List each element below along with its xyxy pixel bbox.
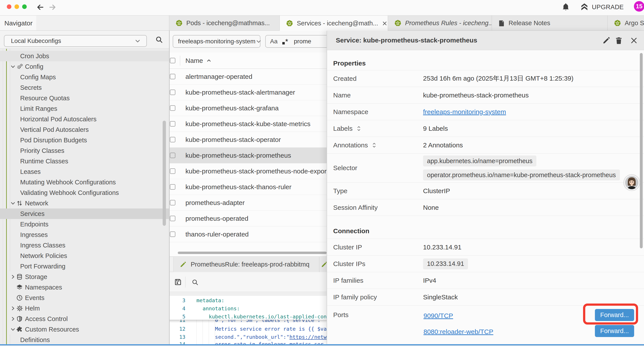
port-link[interactable]: 9090/TCP — [424, 312, 453, 320]
sort-ascending-icon[interactable] — [206, 58, 212, 63]
tab-services[interactable]: Services - icecheng@math... — [280, 15, 388, 31]
sidebar-item-cron-jobs[interactable]: Cron Jobs — [0, 51, 169, 61]
sidebar-item-config[interactable]: Config — [0, 61, 169, 72]
sidebar-item-priority-classes[interactable]: Priority Classes — [0, 145, 169, 156]
row-checkbox[interactable] — [170, 184, 175, 190]
edit-pencil-icon[interactable] — [602, 36, 610, 44]
sidebar-item-ingress-classes[interactable]: Ingress Classes — [0, 240, 169, 251]
table-row[interactable]: alertmanager-operated — [170, 69, 326, 84]
sidebar-item-limit-ranges[interactable]: Limit Ranges — [0, 103, 169, 114]
layers-icon — [16, 284, 23, 291]
tab-pods[interactable]: Pods - icecheng@mathmas... — [169, 15, 280, 31]
sidebar-item-services[interactable]: Services — [0, 209, 169, 219]
table-row[interactable]: kube-prometheus-stack-alertmanager — [170, 84, 326, 100]
sidebar-item-ingresses[interactable]: Ingresses — [0, 230, 169, 240]
row-checkbox[interactable] — [170, 74, 175, 79]
dock-tab-prometheusrule[interactable]: PrometheusRule: freeleaps-prod-rabbitmq — [174, 257, 319, 272]
kubeconfig-select[interactable]: Local Kubeconfigs — [4, 35, 147, 47]
table-row[interactable]: kube-prometheus-stack-prometheus-node-ex… — [170, 163, 326, 179]
sidebar-item-runtime-classes[interactable]: Runtime Classes — [0, 156, 169, 166]
port-link[interactable]: 8080:reloader-web/TCP — [424, 328, 494, 336]
sidebar-item-helm[interactable]: Helm — [0, 303, 169, 314]
chevron-down-icon[interactable] — [10, 64, 16, 69]
sidebar-item-endpoints[interactable]: Endpoints — [0, 219, 169, 230]
horizontal-scrollbar[interactable] — [178, 252, 326, 254]
match-case-toggle[interactable]: Aa — [270, 38, 278, 45]
sidebar-item-custom-resources[interactable]: Custom Resources — [0, 324, 169, 335]
sidebar-item-network-policies[interactable]: Network Policies — [0, 251, 169, 261]
sidebar-scrollbar[interactable] — [163, 121, 166, 226]
row-checkbox[interactable] — [170, 105, 175, 111]
yaml-editor[interactable]: 110","for":"5m","labels":{"service":"12M… — [170, 296, 326, 344]
sidebar-item-secrets[interactable]: Secrets — [0, 82, 169, 93]
table-row[interactable]: kube-prometheus-stack-prometheus — [170, 148, 326, 163]
namespace-select[interactable]: freeleaps-monitoring-system — [173, 35, 260, 48]
service-detail-panel: Service: kube-prometheus-stack-prometheu… — [326, 31, 644, 344]
row-checkbox[interactable] — [170, 232, 175, 237]
sidebar-item-access-control[interactable]: Access Control — [0, 314, 169, 324]
row-checkbox[interactable] — [170, 216, 175, 221]
close-tab-icon[interactable] — [382, 20, 388, 26]
table-search-input[interactable]: Aa * prome — [265, 35, 326, 48]
save-icon[interactable] — [174, 278, 182, 286]
sidebar-item-network[interactable]: Network — [0, 198, 169, 209]
chevron-right-icon[interactable] — [10, 306, 16, 311]
sidebar-item-vertical-pod-autoscalers[interactable]: Vertical Pod Autoscalers — [0, 124, 169, 135]
sidebar-item-horizontal-pod-autoscalers[interactable]: Horizontal Pod Autoscalers — [0, 114, 169, 124]
row-checkbox[interactable] — [170, 200, 175, 205]
table-row[interactable]: kube-prometheus-stack-kube-state-metrics — [170, 116, 326, 132]
row-checkbox[interactable] — [170, 137, 175, 142]
forward-button[interactable]: Forward... — [595, 325, 634, 337]
sidebar-item-definitions[interactable]: Definitions — [0, 335, 169, 344]
chevron-down-icon[interactable] — [10, 327, 16, 332]
row-checkbox[interactable] — [170, 121, 175, 127]
traffic-light-close-icon[interactable] — [7, 4, 12, 9]
close-icon[interactable] — [630, 36, 638, 44]
row-checkbox[interactable] — [170, 153, 175, 158]
sidebar-item-storage[interactable]: Storage — [0, 272, 169, 282]
tab-prometheus-rules[interactable]: Prometheus Rules - icecheng... — [388, 15, 492, 31]
row-checkbox[interactable] — [170, 90, 175, 95]
chevron-right-icon[interactable] — [10, 274, 16, 280]
table-row[interactable]: kube-prometheus-stack-grafana — [170, 100, 326, 116]
panel-scrollbar[interactable] — [640, 53, 643, 248]
tab-argo[interactable]: Argo Se — [608, 15, 644, 31]
sidebar-item-validating-webhook-configurations[interactable]: Validating Webhook Configurations — [0, 187, 169, 198]
table-row[interactable]: prometheus-adapter — [170, 195, 326, 211]
sort-updown-icon[interactable] — [356, 125, 362, 132]
table-row[interactable]: prometheus-operated — [170, 211, 326, 226]
row-checkbox[interactable] — [170, 168, 175, 174]
upgrade-button[interactable]: UPGRADE — [580, 2, 624, 12]
sidebar-item-namespaces[interactable]: Namespaces — [0, 282, 169, 293]
chevron-down-icon[interactable] — [10, 200, 16, 206]
table-row[interactable]: kube-prometheus-stack-operator — [170, 132, 326, 148]
user-avatar[interactable] — [624, 174, 640, 191]
sidebar-item-events[interactable]: Events — [0, 293, 169, 303]
bell-icon[interactable] — [561, 2, 570, 12]
chevron-right-icon[interactable] — [10, 316, 16, 322]
traffic-light-zoom-icon[interactable] — [22, 4, 27, 9]
search-icon[interactable] — [191, 279, 199, 286]
traffic-light-minimize-icon[interactable] — [14, 4, 19, 9]
table-row[interactable]: thanos-ruler-operated — [170, 226, 326, 242]
name-column-header[interactable]: Name — [186, 57, 203, 64]
select-all-checkbox[interactable] — [170, 58, 175, 63]
user-count-badge[interactable]: 15 — [634, 1, 644, 11]
sidebar-item-leases[interactable]: Leases — [0, 166, 169, 177]
back-arrow-icon[interactable] — [36, 3, 45, 11]
trash-icon[interactable] — [615, 36, 623, 45]
sidebar-item-mutating-webhook-configurations[interactable]: Mutating Webhook Configurations — [0, 177, 169, 187]
sidebar-item-config-maps[interactable]: Config Maps — [0, 72, 169, 82]
table-row[interactable]: kube-prometheus-stack-thanos-ruler — [170, 179, 326, 195]
search-icon[interactable] — [155, 35, 163, 44]
sidebar-item-port-forwarding[interactable]: Port Forwarding — [0, 261, 169, 272]
property-value[interactable]: freeleaps-monitoring-system — [423, 108, 506, 116]
sidebar-item-pod-disruption-budgets[interactable]: Pod Disruption Budgets — [0, 135, 169, 145]
sidebar-item-resource-quotas[interactable]: Resource Quotas — [0, 93, 169, 103]
dock-tab-next[interactable] — [319, 257, 326, 272]
tab-release-notes[interactable]: Release Notes — [492, 15, 608, 31]
sidebar-item-label: Limit Ranges — [20, 105, 57, 112]
sort-updown-icon[interactable] — [371, 142, 377, 148]
forward-arrow-icon[interactable] — [48, 3, 57, 11]
regex-toggle[interactable]: * — [282, 37, 288, 46]
